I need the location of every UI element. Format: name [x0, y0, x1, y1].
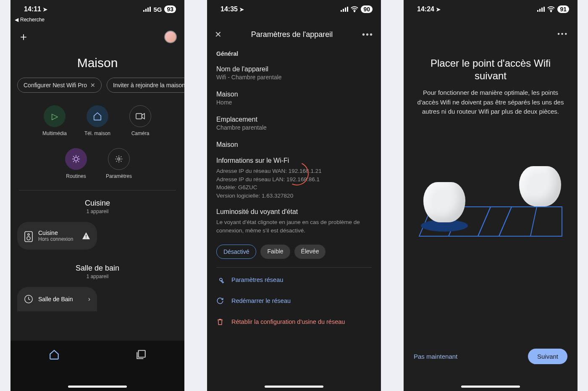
next-button[interactable]: Suivant: [528, 349, 567, 364]
gear-icon: [115, 155, 123, 163]
device-card-cuisine[interactable]: Cuisine Hors connexion: [17, 222, 97, 250]
more-menu-icon[interactable]: •••: [557, 30, 568, 38]
chip-invite[interactable]: Inviter à rejoindre la maison: [107, 78, 184, 93]
action-settings[interactable]: Paramètres: [103, 148, 134, 179]
svg-point-5: [74, 157, 78, 161]
speaker-icon: [24, 231, 33, 240]
nest-icon: [24, 295, 33, 304]
link-restart-network[interactable]: Redémarrer le réseau: [207, 290, 381, 311]
modal-header: ✕ Paramètres de l'appareil •••: [207, 18, 381, 44]
svg-rect-11: [86, 237, 87, 238]
screen-place-wifi: 14:24 ➤ 91 ••• Placer le point d'accès W…: [404, 0, 578, 391]
svg-rect-10: [86, 235, 87, 237]
setting-device-name[interactable]: Nom de l'appareil Wifi - Chambre parenta…: [207, 61, 381, 86]
svg-rect-20: [539, 9, 541, 12]
action-routines[interactable]: Routines: [60, 148, 92, 179]
wifi-icon: [351, 6, 358, 12]
led-options: Désactivé Faible Élevée: [207, 240, 381, 266]
link-network-settings[interactable]: Paramètres réseau: [207, 269, 381, 290]
svg-rect-16: [345, 8, 346, 12]
not-now-button[interactable]: Pas maintenant: [414, 353, 457, 360]
more-menu-icon[interactable]: •••: [362, 30, 373, 39]
setup-footer: Pas maintenant Suivant: [404, 349, 578, 364]
action-call-home[interactable]: Tél. maison: [82, 105, 113, 136]
svg-point-9: [27, 237, 30, 240]
svg-point-8: [28, 234, 29, 235]
tab-home[interactable]: [49, 349, 60, 360]
svg-point-6: [118, 158, 120, 160]
svg-rect-2: [147, 8, 149, 12]
room-heading: Cuisine: [10, 196, 184, 208]
suggestion-chips: Configurer Nest Wifi Pro ✕ Inviter à rej…: [10, 78, 184, 93]
svg-rect-0: [143, 10, 144, 12]
setup-description: Pour fonctionner de manière optimale, le…: [404, 88, 578, 117]
add-button[interactable]: ＋: [18, 29, 29, 44]
setting-location[interactable]: Emplacement Chambre parentale: [207, 112, 381, 137]
led-option-low[interactable]: Faible: [260, 245, 290, 259]
setup-title: Placer le point d'accès Wifi suivant: [404, 18, 578, 88]
svg-rect-17: [347, 7, 348, 12]
home-phone-icon: [93, 112, 102, 121]
room-device-count: 1 appareil: [10, 273, 184, 284]
svg-rect-4: [136, 114, 142, 119]
signal-icon: [143, 7, 151, 12]
wifi-info: Informations sur le Wi-Fi Adresse IP du …: [207, 154, 381, 206]
chip-configure-wifi[interactable]: Configurer Nest Wifi Pro ✕: [17, 78, 102, 93]
page-title: Paramètres de l'appareil: [251, 30, 333, 39]
warning-icon: [82, 232, 90, 240]
led-brightness: Luminosité du voyant d'état Le voyant d'…: [207, 206, 381, 240]
led-option-high[interactable]: Élevée: [294, 245, 326, 259]
placement-illustration: [415, 142, 566, 251]
action-media[interactable]: ▷ Multimédia: [39, 105, 70, 136]
location-icon: ➤: [239, 6, 244, 13]
svg-point-23: [551, 11, 551, 12]
avatar[interactable]: [164, 31, 177, 43]
section-heading: Général: [207, 44, 381, 61]
svg-rect-13: [138, 350, 145, 357]
room-heading: Salle de bain: [10, 250, 184, 273]
svg-rect-19: [537, 10, 538, 12]
home-indicator: [461, 386, 520, 388]
link-factory-reset[interactable]: Rétablir la configuration d'usine du rés…: [207, 311, 381, 332]
action-camera[interactable]: Caméra: [125, 105, 156, 136]
home-title: Maison: [10, 46, 184, 78]
status-time: 14:24: [417, 5, 434, 13]
svg-rect-15: [343, 9, 344, 12]
location-icon: ➤: [43, 6, 47, 13]
status-bar: 14:24 ➤ 91: [404, 0, 578, 18]
signal-icon: [537, 7, 545, 12]
battery-badge: 93: [164, 5, 176, 13]
setting-home[interactable]: Maison Home: [207, 86, 381, 112]
device-card-sdb[interactable]: Salle de Bain ›: [17, 287, 97, 311]
svg-rect-3: [150, 7, 151, 12]
network-label: 5G: [153, 6, 162, 13]
back-to-search[interactable]: ◀ Recherche: [10, 17, 184, 23]
svg-rect-21: [541, 8, 543, 12]
media-icon: ▷: [52, 111, 58, 121]
svg-rect-14: [341, 10, 342, 12]
chevron-right-icon: ›: [88, 295, 90, 303]
setting-home-2[interactable]: Maison: [207, 137, 381, 154]
svg-rect-1: [145, 9, 147, 12]
status-bar: 14:35 ➤ 90: [207, 0, 381, 18]
wrench-icon: [216, 276, 224, 284]
battery-badge: 91: [557, 5, 569, 13]
divider: [19, 190, 176, 190]
camera-icon: [136, 113, 145, 120]
wifi-icon: [547, 6, 555, 12]
tab-feed[interactable]: [136, 349, 147, 360]
svg-point-18: [354, 11, 355, 12]
divider: [216, 267, 372, 268]
status-time: 14:35: [220, 5, 238, 13]
trash-icon: [216, 318, 224, 326]
status-bar: 14:11 ➤ 5G 93: [10, 0, 184, 18]
signal-icon: [341, 7, 348, 12]
bottom-tabbar: [10, 341, 184, 391]
led-option-off[interactable]: Désactivé: [216, 245, 256, 259]
home-indicator: [265, 386, 323, 388]
close-icon[interactable]: ✕: [90, 82, 95, 89]
close-button[interactable]: ✕: [215, 29, 222, 39]
screen-home: 14:11 ➤ 5G 93 ◀ Recherche ＋ Maison Confi…: [10, 0, 184, 391]
wifi-pod-icon: [423, 182, 465, 222]
room-device-count: 1 appareil: [10, 208, 184, 219]
